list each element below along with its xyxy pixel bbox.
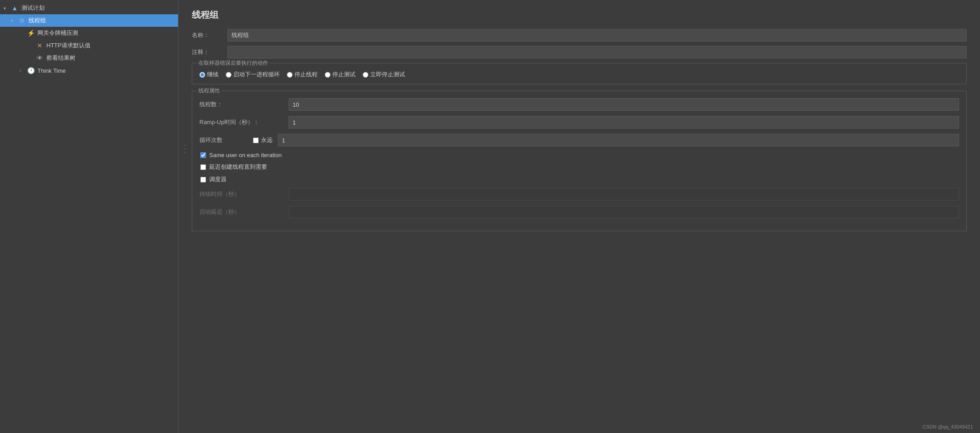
error-action-section: 在取样器错误后要执行的动作 继续 启动下一进程循环 停止线程 xyxy=(192,63,967,84)
comment-input[interactable] xyxy=(227,46,967,58)
thread-count-row: 线程数： xyxy=(199,98,959,111)
sidebar-item-http-default[interactable]: ✕ HTTP请求默认值 xyxy=(0,39,178,52)
delay-create-row[interactable]: 延迟创建线程直到需要 xyxy=(199,163,959,171)
name-label: 名称： xyxy=(192,31,227,39)
same-user-checkbox[interactable] xyxy=(200,152,206,158)
loop-count-input[interactable] xyxy=(278,134,959,146)
scheduler-row[interactable]: 调度器 xyxy=(199,175,959,183)
sidebar-item-think-time[interactable]: › 🕐 Think Time xyxy=(0,64,178,77)
wrench-icon: ✕ xyxy=(36,42,44,50)
sidebar-item-result-tree[interactable]: 👁 察看结果树 xyxy=(0,52,178,64)
loop-count-row: 循环次数 永远 xyxy=(199,134,959,146)
main-panel: · · · 线程组 名称： 注释： 在取样器错误后要执行的动作 xyxy=(178,0,980,433)
sidebar-item-gateway-test[interactable]: ⚡ 网关令牌桶压测 xyxy=(0,27,178,39)
ramp-up-label: Ramp-Up时间（秒）： xyxy=(199,118,289,126)
error-section-legend: 在取样器错误后要执行的动作 xyxy=(197,59,270,67)
sidebar-label-think-time: Think Time xyxy=(37,67,66,74)
same-user-label: Same user on each iteration xyxy=(209,152,282,158)
radio-stop-test-label: 停止测试 xyxy=(332,71,356,79)
logo-icon: ▲ xyxy=(11,4,19,12)
radio-continue[interactable]: 继续 xyxy=(199,71,219,79)
radio-continue-label: 继续 xyxy=(207,71,219,79)
sidebar-label-test-plan: 测试计划 xyxy=(21,4,45,12)
arrow-icon: ▾ xyxy=(11,18,17,23)
radio-stop-thread-label: 停止线程 xyxy=(294,71,318,79)
name-row: 名称： xyxy=(192,29,967,42)
radio-start-next[interactable]: 启动下一进程循环 xyxy=(226,71,280,79)
duration-row: 持续时间（秒） xyxy=(199,188,959,200)
delay-create-checkbox[interactable] xyxy=(200,164,206,170)
thread-props-section: 线程属性 线程数： Ramp-Up时间（秒）： 循环次数 永远 xyxy=(192,91,967,231)
radio-stop-test[interactable]: 停止测试 xyxy=(325,71,356,79)
forever-checkbox[interactable] xyxy=(253,137,259,143)
scheduler-checkbox[interactable] xyxy=(200,177,206,183)
thread-count-input[interactable] xyxy=(289,98,959,111)
name-input[interactable] xyxy=(227,29,967,42)
ramp-up-input[interactable] xyxy=(289,116,959,129)
sidebar-label-gateway-test: 网关令牌桶压测 xyxy=(37,29,78,37)
start-delay-row: 启动延迟（秒） xyxy=(199,206,959,218)
eye-icon: 👁 xyxy=(36,54,44,62)
watermark: CSDN @qq_43049421 xyxy=(922,424,973,429)
comment-label: 注释： xyxy=(192,48,227,56)
page-title: 线程组 xyxy=(192,9,967,21)
radio-stop-thread[interactable]: 停止线程 xyxy=(287,71,318,79)
chevron-right-icon: › xyxy=(20,68,26,73)
radio-start-next-label: 启动下一进程循环 xyxy=(233,71,280,79)
loop-count-label: 循环次数 xyxy=(199,136,253,144)
ramp-up-row: Ramp-Up时间（秒）： xyxy=(199,116,959,129)
time-icon: 🕐 xyxy=(27,67,35,75)
same-user-row[interactable]: Same user on each iteration xyxy=(199,152,959,158)
sidebar: ▾ ▲ 测试计划 ▾ ⚙ 线程组 ⚡ 网关令牌桶压测 ✕ HTTP请求默认值 👁… xyxy=(0,0,178,433)
sidebar-label-result-tree: 察看结果树 xyxy=(46,54,75,62)
duration-input xyxy=(289,188,959,200)
sidebar-item-test-plan[interactable]: ▾ ▲ 测试计划 xyxy=(0,2,178,14)
thread-count-label: 线程数： xyxy=(199,100,289,108)
radio-stop-now-label: 立即停止测试 xyxy=(370,71,405,79)
forever-label: 永远 xyxy=(261,136,273,144)
comment-row: 注释： xyxy=(192,46,967,58)
radio-group: 继续 启动下一进程循环 停止线程 停止测试 xyxy=(199,69,959,79)
radio-stop-now[interactable]: 立即停止测试 xyxy=(363,71,405,79)
start-delay-input xyxy=(289,206,959,218)
forever-checkbox-label[interactable]: 永远 xyxy=(253,136,273,144)
thread-props-legend: 线程属性 xyxy=(197,87,222,95)
start-delay-label: 启动延迟（秒） xyxy=(199,208,289,216)
delay-create-label: 延迟创建线程直到需要 xyxy=(209,163,267,171)
gear-icon: ⚙ xyxy=(18,17,26,25)
network-icon: ⚡ xyxy=(27,29,35,37)
arrow-icon: ▾ xyxy=(4,6,10,11)
duration-label: 持续时间（秒） xyxy=(199,190,289,198)
sidebar-label-http-default: HTTP请求默认值 xyxy=(46,42,91,50)
sidebar-label-thread-group: 线程组 xyxy=(29,17,46,25)
sidebar-item-thread-group[interactable]: ▾ ⚙ 线程组 xyxy=(0,14,178,27)
scheduler-label: 调度器 xyxy=(209,175,227,183)
